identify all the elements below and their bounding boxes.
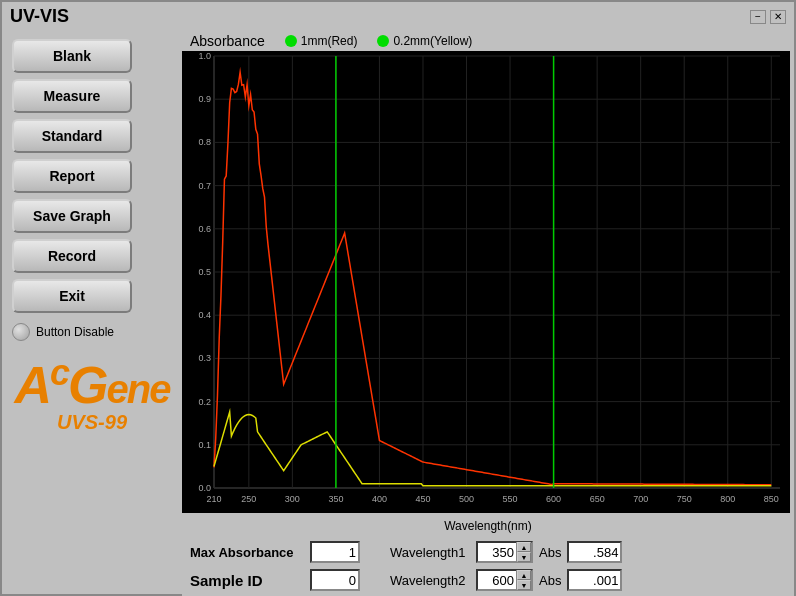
wavelength1-spinners: ▲ ▼ bbox=[516, 542, 531, 562]
wavelength2-label: Wavelength2 bbox=[390, 573, 470, 588]
exit-button[interactable]: Exit bbox=[12, 279, 132, 313]
sample-id-input[interactable] bbox=[310, 569, 360, 591]
wavelength1-input[interactable] bbox=[478, 542, 516, 562]
graph-area bbox=[182, 51, 790, 513]
wavelength2-spinners: ▲ ▼ bbox=[516, 570, 531, 590]
standard-button[interactable]: Standard bbox=[12, 119, 132, 153]
button-disable-label: Button Disable bbox=[36, 325, 114, 339]
main-window: UV-VIS − ✕ Blank Measure Standard Report… bbox=[0, 0, 796, 596]
legend-circle-yellow bbox=[377, 35, 389, 47]
wavelength1-group: Wavelength1 ▲ ▼ Abs .584 bbox=[390, 541, 622, 563]
legend-circle-red bbox=[285, 35, 297, 47]
main-content: Blank Measure Standard Report Save Graph… bbox=[2, 31, 794, 596]
graph-header: Absorbance 1mm(Red) 0.2mm(Yellow) bbox=[182, 31, 794, 51]
wavelength2-abs-label: Abs bbox=[539, 573, 561, 588]
blank-button[interactable]: Blank bbox=[12, 39, 132, 73]
legend-label-yellow: 0.2mm(Yellow) bbox=[393, 34, 472, 48]
controls-row-2: Sample ID Wavelength2 ▲ ▼ Abs .001 bbox=[190, 569, 786, 591]
bottom-controls: Wavelength(nm) Max Absorbance Wavelength… bbox=[182, 513, 794, 596]
wavelength1-abs-label: Abs bbox=[539, 545, 561, 560]
sidebar: Blank Measure Standard Report Save Graph… bbox=[2, 31, 182, 596]
wavelength2-spin-up[interactable]: ▲ bbox=[517, 570, 531, 580]
x-axis-label: Wavelength(nm) bbox=[190, 519, 786, 533]
sample-id-label: Sample ID bbox=[190, 572, 300, 589]
wavelength2-spin-down[interactable]: ▼ bbox=[517, 580, 531, 590]
graph-canvas bbox=[182, 51, 790, 513]
legend-item-yellow: 0.2mm(Yellow) bbox=[377, 34, 472, 48]
app-title: UV-VIS bbox=[10, 6, 69, 27]
title-bar: UV-VIS − ✕ bbox=[2, 2, 794, 31]
max-absorbance-input[interactable] bbox=[310, 541, 360, 563]
measure-button[interactable]: Measure bbox=[12, 79, 132, 113]
report-button[interactable]: Report bbox=[12, 159, 132, 193]
legend-item-red: 1mm(Red) bbox=[285, 34, 358, 48]
right-panel: Absorbance 1mm(Red) 0.2mm(Yellow) Wavele… bbox=[182, 31, 794, 596]
wavelength1-spin-up[interactable]: ▲ bbox=[517, 542, 531, 552]
window-controls: − ✕ bbox=[750, 10, 786, 24]
legend-label-red: 1mm(Red) bbox=[301, 34, 358, 48]
max-absorbance-label: Max Absorbance bbox=[190, 545, 300, 560]
controls-row-1: Max Absorbance Wavelength1 ▲ ▼ Abs .584 bbox=[190, 541, 786, 563]
wavelength2-abs-value: .001 bbox=[567, 569, 622, 591]
logo-sub: UVS-99 bbox=[57, 411, 127, 434]
logo-text: AcGene bbox=[15, 355, 170, 411]
wavelength2-input-group: ▲ ▼ bbox=[476, 569, 533, 591]
wavelength1-spin-down[interactable]: ▼ bbox=[517, 552, 531, 562]
wavelength2-input[interactable] bbox=[478, 570, 516, 590]
minimize-button[interactable]: − bbox=[750, 10, 766, 24]
wavelength2-group: Wavelength2 ▲ ▼ Abs .001 bbox=[390, 569, 622, 591]
wavelength1-label: Wavelength1 bbox=[390, 545, 470, 560]
logo-area: AcGene UVS-99 bbox=[12, 355, 172, 434]
wavelength1-input-group: ▲ ▼ bbox=[476, 541, 533, 563]
save-graph-button[interactable]: Save Graph bbox=[12, 199, 132, 233]
graph-title: Absorbance bbox=[190, 33, 265, 49]
record-button[interactable]: Record bbox=[12, 239, 132, 273]
wavelength1-abs-value: .584 bbox=[567, 541, 622, 563]
button-disable-indicator bbox=[12, 323, 30, 341]
close-button[interactable]: ✕ bbox=[770, 10, 786, 24]
button-disable-row: Button Disable bbox=[12, 323, 172, 341]
